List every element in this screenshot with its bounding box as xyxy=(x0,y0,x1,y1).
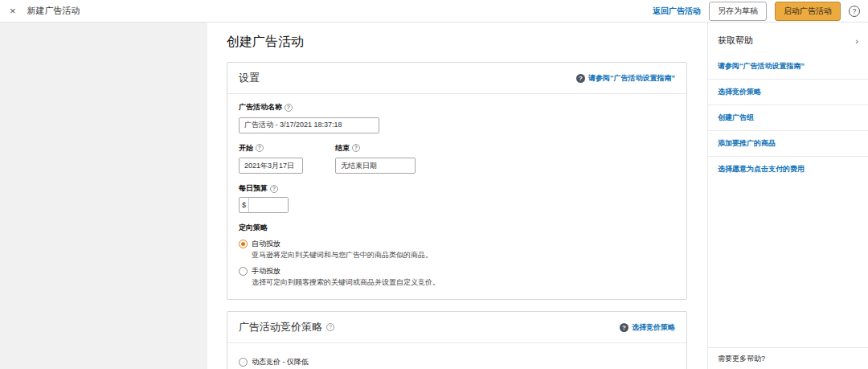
daily-budget-field: 每日预算 ? $ xyxy=(239,183,675,213)
help-link-create-ad-group[interactable]: 创建广告组 xyxy=(708,105,868,131)
help-panel-title: 获取帮助 xyxy=(718,35,753,47)
settings-card-title: 设置 xyxy=(239,71,260,85)
help-link-add-products[interactable]: 添加要推广的商品 xyxy=(708,131,868,157)
question-filled-icon: ? xyxy=(620,323,628,332)
bid-down-only-label: 动态竞价 - 仅降低 xyxy=(252,357,309,367)
radio-bid-down-only[interactable] xyxy=(239,358,248,367)
daily-budget-label: 每日预算 xyxy=(239,183,268,194)
campaign-name-label: 广告活动名称 xyxy=(239,102,282,113)
start-date-input[interactable] xyxy=(239,158,303,174)
help-link-cpc-cost[interactable]: 选择愿意为点击支付的费用 xyxy=(708,157,868,182)
panel-collapse-icon[interactable]: › xyxy=(855,36,858,46)
radio-manual-targeting[interactable] xyxy=(239,267,248,276)
save-draft-button[interactable]: 另存为草稿 xyxy=(709,2,767,21)
left-gutter xyxy=(0,23,207,369)
campaign-name-field: 广告活动名称 ? xyxy=(239,102,675,133)
help-icon[interactable]: ? xyxy=(849,6,860,17)
manual-targeting-label: 手动投放 xyxy=(252,266,280,277)
auto-targeting-option[interactable]: 自动投放 xyxy=(239,239,675,249)
question-filled-icon: ? xyxy=(576,74,585,83)
info-icon[interactable]: ? xyxy=(326,323,334,331)
auto-targeting-label: 自动投放 xyxy=(252,239,280,249)
daily-budget-input[interactable] xyxy=(249,198,288,212)
help-links: 请参阅“广告活动设置指南” 选择竞价策略 创建广告组 添加要推广的商品 选择愿意… xyxy=(708,54,868,182)
end-date-input[interactable] xyxy=(335,158,416,174)
bidding-card-title: 广告活动竞价策略 xyxy=(239,320,322,334)
choose-bidding-link[interactable]: ? 选择竞价策略 xyxy=(620,322,675,333)
page-title: 新建广告活动 xyxy=(27,5,80,17)
info-icon[interactable]: ? xyxy=(256,144,264,152)
settings-card: 设置 ? 请参阅“广告活动设置指南” 广告活动名称 ? xyxy=(227,62,687,300)
info-icon[interactable]: ? xyxy=(352,144,360,152)
bid-down-only-option[interactable]: 动态竞价 - 仅降低 xyxy=(239,357,675,367)
back-to-campaigns-link[interactable]: 返回广告活动 xyxy=(653,6,701,17)
start-date-field: 开始 ? xyxy=(239,143,303,174)
need-more-help-text: 需要更多帮助? xyxy=(708,347,868,369)
bidding-strategy-card: 广告活动竞价策略 ? ? 选择竞价策略 动态竞价 - 仅降低 当您的广告不太可能… xyxy=(227,311,687,369)
end-date-field: 结束 ? xyxy=(335,143,416,174)
main-heading: 创建广告活动 xyxy=(227,34,687,51)
targeting-strategy-group: 定向策略 自动投放 亚马逊将定向到关键词和与您广告中的商品类似的商品。 手动投放… xyxy=(239,223,675,288)
start-date-label: 开始 xyxy=(239,143,253,154)
topbar: × 新建广告活动 返回广告活动 另存为草稿 启动广告活动 ? xyxy=(0,0,868,23)
manual-targeting-desc: 选择可定向到顾客搜索的关键词或商品并设置自定义竞价。 xyxy=(252,277,675,288)
topbar-actions: 返回广告活动 另存为草稿 启动广告活动 ? xyxy=(653,2,860,21)
targeting-strategy-label: 定向策略 xyxy=(239,223,268,233)
manual-targeting-option[interactable]: 手动投放 xyxy=(239,266,675,277)
info-icon[interactable]: ? xyxy=(285,104,293,112)
radio-auto-targeting[interactable] xyxy=(239,240,248,248)
help-link-setup-guide[interactable]: 请参阅“广告活动设置指南” xyxy=(708,54,868,80)
choose-bidding-link-label: 选择竞价策略 xyxy=(632,322,675,333)
info-icon[interactable]: ? xyxy=(270,185,278,193)
currency-symbol: $ xyxy=(240,198,249,212)
end-date-label: 结束 xyxy=(335,143,350,154)
campaign-name-input[interactable] xyxy=(239,117,379,133)
settings-guide-link-label: 请参阅“广告活动设置指南” xyxy=(588,73,675,84)
auto-targeting-desc: 亚马逊将定向到关键词和与您广告中的商品类似的商品。 xyxy=(252,250,675,260)
launch-campaign-button[interactable]: 启动广告活动 xyxy=(775,2,841,21)
close-icon[interactable]: × xyxy=(10,5,16,17)
help-panel: 获取帮助 › 请参阅“广告活动设置指南” 选择竞价策略 创建广告组 添加要推广的… xyxy=(707,23,868,369)
settings-guide-link[interactable]: ? 请参阅“广告活动设置指南” xyxy=(576,73,675,84)
help-link-bidding-strategy[interactable]: 选择竞价策略 xyxy=(708,80,868,105)
main-content: 创建广告活动 设置 ? 请参阅“广告活动设置指南” 广告活动名称 ? xyxy=(207,23,707,369)
